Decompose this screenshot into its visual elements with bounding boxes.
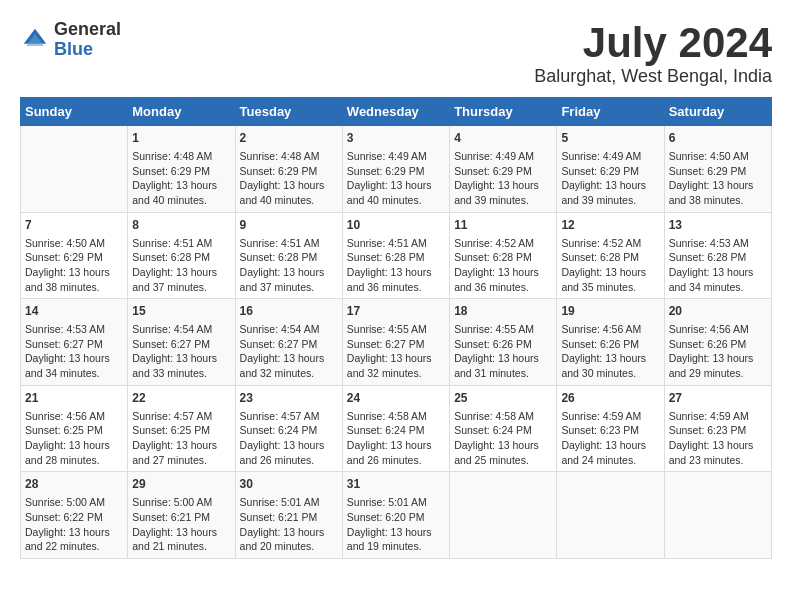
cell-line: Daylight: 13 hours [347,178,445,193]
cell-line: Sunset: 6:28 PM [240,250,338,265]
cell-line: and 34 minutes. [669,280,767,295]
cell-line: Sunset: 6:24 PM [240,423,338,438]
cell-line: and 40 minutes. [347,193,445,208]
cell-line: Sunset: 6:27 PM [132,337,230,352]
cell-line: Sunrise: 4:56 AM [669,322,767,337]
cell-line: and 30 minutes. [561,366,659,381]
cell-content [454,476,552,541]
date-number: 23 [240,390,338,407]
calendar-cell: 29Sunrise: 5:00 AMSunset: 6:21 PMDayligh… [128,472,235,559]
header-day: Monday [128,98,235,126]
cell-content: 30Sunrise: 5:01 AMSunset: 6:21 PMDayligh… [240,476,338,554]
calendar-cell: 5Sunrise: 4:49 AMSunset: 6:29 PMDaylight… [557,126,664,213]
cell-line: Sunrise: 4:54 AM [132,322,230,337]
date-number: 6 [669,130,767,147]
date-number: 9 [240,217,338,234]
date-number: 29 [132,476,230,493]
cell-line: Daylight: 13 hours [240,178,338,193]
date-number: 18 [454,303,552,320]
calendar-cell: 30Sunrise: 5:01 AMSunset: 6:21 PMDayligh… [235,472,342,559]
calendar-cell: 2Sunrise: 4:48 AMSunset: 6:29 PMDaylight… [235,126,342,213]
logo-general: General [54,20,121,40]
cell-content: 5Sunrise: 4:49 AMSunset: 6:29 PMDaylight… [561,130,659,208]
date-number: 5 [561,130,659,147]
cell-line: Daylight: 13 hours [669,351,767,366]
cell-line: Sunset: 6:23 PM [561,423,659,438]
cell-content: 19Sunrise: 4:56 AMSunset: 6:26 PMDayligh… [561,303,659,381]
cell-line: Sunrise: 4:49 AM [561,149,659,164]
main-title: July 2024 [534,20,772,66]
cell-content: 22Sunrise: 4:57 AMSunset: 6:25 PMDayligh… [132,390,230,468]
calendar-cell: 11Sunrise: 4:52 AMSunset: 6:28 PMDayligh… [450,212,557,299]
subtitle: Balurghat, West Bengal, India [534,66,772,87]
cell-line: Sunrise: 5:00 AM [132,495,230,510]
calendar-cell: 9Sunrise: 4:51 AMSunset: 6:28 PMDaylight… [235,212,342,299]
cell-content: 12Sunrise: 4:52 AMSunset: 6:28 PMDayligh… [561,217,659,295]
cell-line: and 38 minutes. [669,193,767,208]
cell-line: Sunrise: 4:59 AM [561,409,659,424]
cell-line: Daylight: 13 hours [347,351,445,366]
date-number: 13 [669,217,767,234]
cell-line: Sunset: 6:21 PM [240,510,338,525]
calendar-cell: 15Sunrise: 4:54 AMSunset: 6:27 PMDayligh… [128,299,235,386]
calendar-header: SundayMondayTuesdayWednesdayThursdayFrid… [21,98,772,126]
cell-content: 3Sunrise: 4:49 AMSunset: 6:29 PMDaylight… [347,130,445,208]
cell-line: Sunrise: 4:51 AM [240,236,338,251]
calendar-week: 14Sunrise: 4:53 AMSunset: 6:27 PMDayligh… [21,299,772,386]
date-number: 12 [561,217,659,234]
cell-content: 10Sunrise: 4:51 AMSunset: 6:28 PMDayligh… [347,217,445,295]
cell-content: 29Sunrise: 5:00 AMSunset: 6:21 PMDayligh… [132,476,230,554]
date-number: 25 [454,390,552,407]
calendar-cell: 23Sunrise: 4:57 AMSunset: 6:24 PMDayligh… [235,385,342,472]
cell-line: Sunrise: 4:49 AM [347,149,445,164]
calendar-cell: 27Sunrise: 4:59 AMSunset: 6:23 PMDayligh… [664,385,771,472]
cell-content [561,476,659,541]
header-day: Friday [557,98,664,126]
cell-content: 26Sunrise: 4:59 AMSunset: 6:23 PMDayligh… [561,390,659,468]
calendar-cell: 1Sunrise: 4:48 AMSunset: 6:29 PMDaylight… [128,126,235,213]
cell-line: Sunset: 6:27 PM [347,337,445,352]
date-number: 8 [132,217,230,234]
cell-content: 13Sunrise: 4:53 AMSunset: 6:28 PMDayligh… [669,217,767,295]
cell-line: Sunrise: 4:52 AM [561,236,659,251]
cell-line: Sunset: 6:29 PM [561,164,659,179]
cell-line: Sunset: 6:25 PM [25,423,123,438]
date-number: 3 [347,130,445,147]
cell-line: Daylight: 13 hours [132,265,230,280]
calendar-table: SundayMondayTuesdayWednesdayThursdayFrid… [20,97,772,559]
cell-line: and 35 minutes. [561,280,659,295]
cell-content: 2Sunrise: 4:48 AMSunset: 6:29 PMDaylight… [240,130,338,208]
cell-line: Sunrise: 4:51 AM [132,236,230,251]
cell-line: Sunset: 6:21 PM [132,510,230,525]
cell-line: Sunrise: 4:56 AM [25,409,123,424]
cell-content: 1Sunrise: 4:48 AMSunset: 6:29 PMDaylight… [132,130,230,208]
cell-content: 24Sunrise: 4:58 AMSunset: 6:24 PMDayligh… [347,390,445,468]
cell-line: Sunset: 6:26 PM [454,337,552,352]
cell-line: Sunset: 6:29 PM [347,164,445,179]
calendar-cell: 7Sunrise: 4:50 AMSunset: 6:29 PMDaylight… [21,212,128,299]
cell-content: 20Sunrise: 4:56 AMSunset: 6:26 PMDayligh… [669,303,767,381]
cell-content: 6Sunrise: 4:50 AMSunset: 6:29 PMDaylight… [669,130,767,208]
calendar-cell: 3Sunrise: 4:49 AMSunset: 6:29 PMDaylight… [342,126,449,213]
calendar-cell: 31Sunrise: 5:01 AMSunset: 6:20 PMDayligh… [342,472,449,559]
header-day: Saturday [664,98,771,126]
date-number: 2 [240,130,338,147]
cell-content [25,130,123,195]
cell-line: and 23 minutes. [669,453,767,468]
header-row: SundayMondayTuesdayWednesdayThursdayFrid… [21,98,772,126]
cell-line: Daylight: 13 hours [454,178,552,193]
cell-line: Sunrise: 4:56 AM [561,322,659,337]
cell-line: Sunrise: 4:58 AM [454,409,552,424]
calendar-cell: 12Sunrise: 4:52 AMSunset: 6:28 PMDayligh… [557,212,664,299]
cell-line: Daylight: 13 hours [669,265,767,280]
calendar-cell [557,472,664,559]
cell-line: and 38 minutes. [25,280,123,295]
cell-line: and 21 minutes. [132,539,230,554]
cell-line: Daylight: 13 hours [132,525,230,540]
cell-line: Sunset: 6:27 PM [25,337,123,352]
cell-line: Sunset: 6:29 PM [240,164,338,179]
cell-content [669,476,767,541]
cell-line: Daylight: 13 hours [561,351,659,366]
cell-line: Sunset: 6:28 PM [132,250,230,265]
cell-content: 31Sunrise: 5:01 AMSunset: 6:20 PMDayligh… [347,476,445,554]
